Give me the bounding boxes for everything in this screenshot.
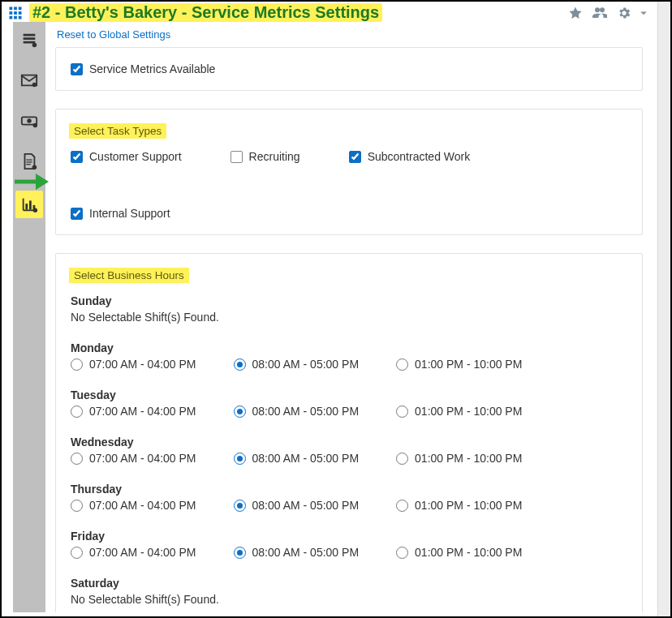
no-shift-text: No Selectable Shift(s) Found. (71, 311, 627, 324)
task-types-heading: Select Task Types (69, 123, 166, 139)
day-name: Monday (71, 341, 627, 354)
shift-label: 07:00 AM - 04:00 PM (89, 358, 196, 371)
metrics-settings-icon[interactable] (15, 191, 43, 218)
shift-radio[interactable] (396, 358, 408, 371)
svg-rect-17 (25, 204, 28, 209)
shift-radio[interactable] (234, 406, 246, 418)
main-content: Reset to Global Settings Service Metrics… (45, 22, 657, 612)
mail-settings-icon[interactable] (18, 69, 41, 92)
metrics-available-checkbox[interactable] (71, 63, 83, 75)
shift-radio[interactable] (234, 500, 246, 512)
shift-option: 07:00 AM - 04:00 PM (71, 452, 196, 465)
billing-settings-icon[interactable] (18, 109, 41, 132)
shift-label: 01:00 PM - 10:00 PM (415, 358, 522, 371)
task-type-checkbox[interactable] (230, 151, 243, 163)
shift-label: 08:00 AM - 05:00 PM (252, 358, 360, 371)
day-name: Wednesday (71, 436, 627, 448)
svg-rect-8 (19, 15, 22, 19)
shift-label: 01:00 PM - 10:00 PM (415, 405, 522, 418)
day-name: Saturday (71, 577, 627, 590)
shift-radio[interactable] (71, 358, 83, 371)
svg-marker-10 (36, 174, 49, 190)
star-icon[interactable] (568, 6, 583, 20)
day-name: Tuesday (71, 388, 627, 401)
chevron-down-icon[interactable] (636, 6, 651, 20)
shift-label: 01:00 PM - 10:00 PM (415, 452, 522, 465)
shift-label: 07:00 AM - 04:00 PM (89, 546, 196, 559)
svg-rect-1 (14, 6, 17, 10)
task-type-item: Recruiting (230, 150, 300, 163)
shift-radio[interactable] (396, 500, 408, 512)
svg-point-16 (32, 165, 37, 170)
gear-icon[interactable] (617, 6, 631, 20)
svg-point-14 (27, 118, 32, 123)
shift-radio[interactable] (71, 500, 83, 512)
shift-label: 07:00 AM - 04:00 PM (89, 499, 196, 512)
shift-option: 08:00 AM - 05:00 PM (234, 358, 360, 371)
task-type-item: Subcontracted Work (349, 150, 471, 163)
svg-point-20 (33, 208, 38, 213)
shift-label: 01:00 PM - 10:00 PM (415, 546, 522, 559)
svg-rect-2 (19, 6, 22, 10)
shift-option: 01:00 PM - 10:00 PM (396, 405, 522, 418)
shift-label: 08:00 AM - 05:00 PM (252, 499, 360, 512)
shift-label: 07:00 AM - 04:00 PM (89, 452, 196, 465)
reset-to-global-link[interactable]: Reset to Global Settings (57, 28, 170, 41)
business-hours-heading: Select Business Hours (69, 268, 189, 283)
shift-radio[interactable] (396, 453, 408, 465)
shift-radio[interactable] (71, 547, 83, 559)
svg-rect-6 (10, 15, 13, 19)
day-name: Thursday (71, 483, 627, 496)
users-icon[interactable] (592, 6, 607, 20)
task-type-label: Subcontracted Work (368, 150, 471, 163)
shift-option: 07:00 AM - 04:00 PM (71, 499, 196, 512)
shift-radio[interactable] (396, 547, 408, 559)
day-block: Thursday07:00 AM - 04:00 PM08:00 AM - 05… (71, 483, 627, 512)
shift-option: 08:00 AM - 05:00 PM (234, 405, 360, 418)
shift-option: 08:00 AM - 05:00 PM (234, 452, 360, 465)
metrics-available-checkbox-row: Service Metrics Available (71, 62, 627, 75)
vertical-scrollbar[interactable] (657, 2, 670, 616)
day-block: Friday07:00 AM - 04:00 PM08:00 AM - 05:0… (71, 530, 627, 559)
shift-label: 08:00 AM - 05:00 PM (252, 546, 360, 559)
shift-option: 07:00 AM - 04:00 PM (71, 405, 196, 418)
shift-label: 07:00 AM - 04:00 PM (89, 405, 196, 418)
shift-option: 08:00 AM - 05:00 PM (234, 546, 360, 559)
apps-grid-icon[interactable] (8, 6, 23, 20)
shift-radio[interactable] (234, 358, 246, 371)
svg-rect-4 (14, 11, 17, 15)
svg-rect-7 (14, 15, 17, 19)
task-type-checkbox[interactable] (349, 151, 361, 163)
shift-option: 01:00 PM - 10:00 PM (396, 452, 522, 465)
shift-option: 07:00 AM - 04:00 PM (71, 358, 196, 371)
shift-option: 08:00 AM - 05:00 PM (234, 499, 360, 512)
task-type-checkbox[interactable] (71, 151, 83, 163)
day-block: Tuesday07:00 AM - 04:00 PM08:00 AM - 05:… (71, 388, 627, 418)
svg-rect-0 (10, 6, 13, 10)
shift-label: 08:00 AM - 05:00 PM (252, 452, 360, 465)
svg-rect-5 (19, 11, 22, 15)
svg-rect-3 (10, 11, 13, 15)
page-title: #2 - Betty's Bakery - Service Metrics Se… (29, 3, 382, 22)
shift-radio[interactable] (396, 406, 408, 418)
business-hours-panel: Select Business Hours SundayNo Selectabl… (55, 253, 643, 612)
day-block: SaturdayNo Selectable Shift(s) Found. (71, 577, 627, 606)
svg-point-12 (32, 83, 37, 88)
page-header: #2 - Betty's Bakery - Service Metrics Se… (2, 2, 657, 22)
metrics-available-panel: Service Metrics Available (55, 47, 643, 91)
shift-radio[interactable] (234, 453, 246, 465)
day-name: Sunday (71, 294, 627, 307)
shift-radio[interactable] (234, 547, 246, 559)
left-sidebar (13, 22, 45, 612)
shift-label: 01:00 PM - 10:00 PM (415, 499, 522, 512)
database-settings-icon[interactable] (18, 28, 41, 51)
task-type-label: Internal Support (89, 207, 170, 220)
document-settings-icon[interactable] (18, 150, 41, 173)
shift-radio[interactable] (71, 406, 83, 418)
task-type-item: Customer Support (71, 150, 182, 163)
day-name: Friday (71, 530, 627, 543)
task-type-label: Recruiting (249, 150, 300, 163)
task-type-checkbox[interactable] (71, 208, 83, 220)
day-block: Wednesday07:00 AM - 04:00 PM08:00 AM - 0… (71, 436, 627, 465)
shift-radio[interactable] (71, 453, 83, 465)
